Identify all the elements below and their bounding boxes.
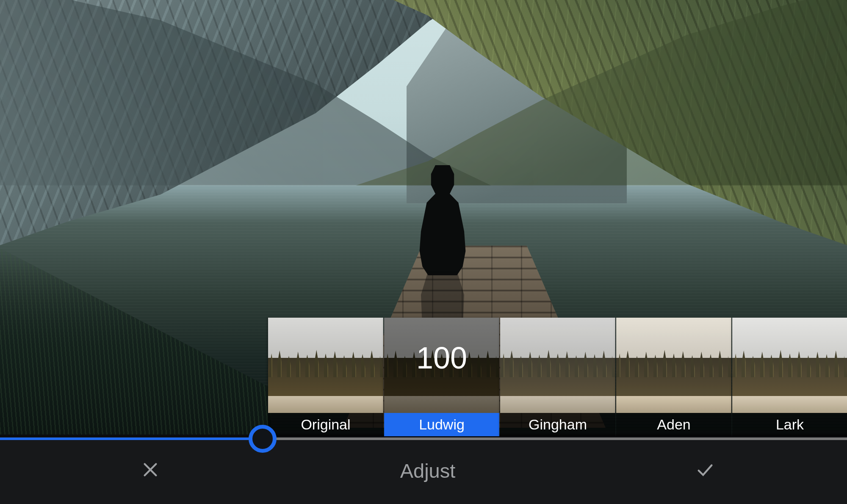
filter-tile-aden[interactable]: Aden [616, 318, 731, 436]
toolbar-mode-label: Adjust [400, 459, 456, 482]
filter-tile-lark[interactable]: Lark [732, 318, 847, 436]
filter-tile-gingham[interactable]: Gingham [500, 318, 615, 436]
filter-thumb-lark [732, 318, 847, 413]
filter-label: Aden [616, 413, 731, 436]
slider-fill [0, 438, 263, 440]
filter-thumb-original [268, 318, 383, 413]
filter-label: Gingham [500, 413, 615, 436]
check-icon [695, 460, 715, 481]
filter-tile-ludwig[interactable]: 100 Ludwig [384, 318, 499, 436]
bottom-toolbar: Adjust [0, 437, 847, 504]
filter-tile-original[interactable]: Original [268, 318, 383, 436]
filter-label: Ludwig [384, 413, 499, 436]
filter-thumb-ludwig [384, 318, 499, 413]
cancel-button[interactable] [136, 456, 165, 485]
confirm-button[interactable] [690, 456, 720, 485]
slider-thumb[interactable] [249, 425, 277, 453]
filter-strip[interactable]: Original 100 Ludwig Gingham Aden Lark [268, 318, 847, 436]
filter-label: Lark [732, 413, 847, 436]
filter-thumb-gingham [500, 318, 615, 413]
filter-thumb-aden [616, 318, 731, 413]
close-icon [141, 460, 160, 481]
filter-label: Original [268, 413, 383, 436]
